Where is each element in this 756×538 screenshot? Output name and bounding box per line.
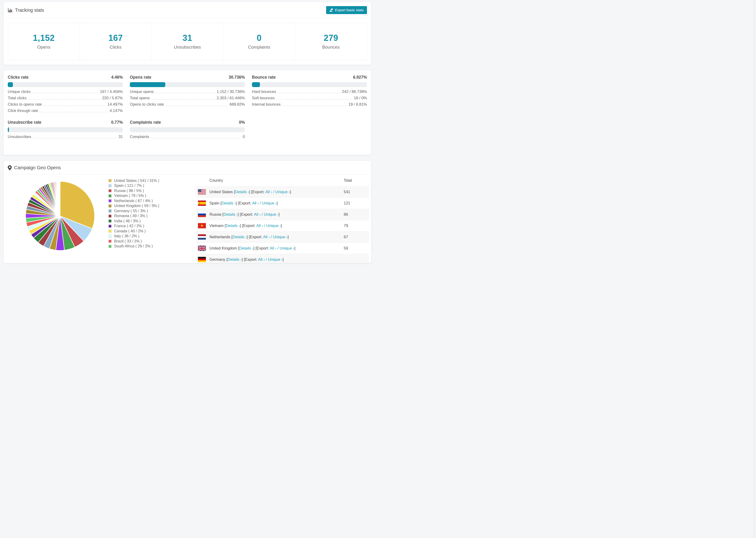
rate-title: Complaints rate <box>130 120 161 125</box>
rate-detail-label: Click through rate <box>8 108 38 113</box>
gb-flag-icon <box>198 245 206 251</box>
export-unique-link[interactable]: Unique › <box>275 190 290 194</box>
stat-label: Unsubscribes <box>174 45 201 50</box>
export-basic-stats-button[interactable]: Export basic stats <box>326 6 367 14</box>
export-all-link[interactable]: All › <box>258 257 265 261</box>
dotted-leader <box>282 106 347 106</box>
export-prefix: Export: <box>239 201 251 205</box>
geo-country-name: United States <box>209 190 233 194</box>
export-all-link[interactable]: All › <box>256 224 263 228</box>
details-link[interactable]: Details › <box>233 235 247 239</box>
nl-flag-icon <box>198 234 206 240</box>
details-link[interactable]: Details › <box>224 212 238 216</box>
export-prefix: Export: <box>245 257 257 261</box>
rate-detail-label: Unique opens <box>130 89 154 94</box>
geo-total-cell: 86 <box>344 212 369 217</box>
rate-detail-value: 1,152 / 30.736% <box>217 89 245 94</box>
geo-table: Country Total United States [Details ›] … <box>196 174 369 263</box>
export-unique-link[interactable]: Unique › <box>266 224 281 228</box>
stat-value: 31 <box>183 33 192 43</box>
geo-country-name: Germany <box>209 257 225 261</box>
legend-swatch <box>108 244 112 248</box>
legend-label: Canada ( 40 / 2% ) <box>114 229 145 233</box>
export-unique-link[interactable]: Unique › <box>280 246 294 250</box>
rate-detail-row: Click through rate4.147% <box>8 109 123 113</box>
rate-detail-label: Unsubscribes <box>8 134 31 139</box>
dotted-leader <box>166 106 228 106</box>
rate-detail-value: 167 / 4.456% <box>100 89 123 94</box>
legend-swatch <box>108 219 112 223</box>
legend-label: United Kingdom ( 59 / 3% ) <box>114 204 159 208</box>
rate-detail-label: Internal bounces <box>252 102 281 107</box>
rate-detail-value: 31 <box>119 134 123 139</box>
stat-value: 167 <box>108 33 123 43</box>
rate-progress-bar <box>8 127 123 132</box>
tracking-stats-header: Tracking stats Export basic stats <box>4 2 371 18</box>
export-unique-link[interactable]: Unique › <box>273 235 288 239</box>
legend-item: Spain ( 121 / 7% ) <box>108 183 159 188</box>
rate-value: 6.927% <box>353 75 367 80</box>
details-link[interactable]: Details › <box>228 257 242 261</box>
legend-label: Spain ( 121 / 7% ) <box>114 184 144 188</box>
rate-detail-value: 19 / 6.81% <box>349 102 367 107</box>
legend-label: India ( 46 / 3% ) <box>114 219 141 223</box>
legend-label: South Africa ( 29 / 2% ) <box>114 244 153 248</box>
stat-label: Opens <box>37 45 50 50</box>
geo-table-rows: United States [Details ›] [Export: All ›… <box>196 186 369 263</box>
rate-detail-row: Unsubscribes31 <box>8 135 123 139</box>
legend-swatch <box>108 184 112 188</box>
geo-table-row: United States [Details ›] [Export: All ›… <box>196 186 369 197</box>
rate-detail-value: 0 <box>243 134 245 139</box>
geo-total-cell: 121 <box>344 201 369 205</box>
details-link[interactable]: Details › <box>226 224 240 228</box>
rates-grid: Clicks rate4.46%Unique clicks167 / 4.456… <box>8 75 367 139</box>
geo-country-cell: Netherlands [Details ›] [Export: All › /… <box>209 235 344 239</box>
rate-section-unsubscribe-rate: Unsubscribe rate0.77%Unsubscribes31 <box>8 120 123 139</box>
rate-detail-row: Soft bounces18 / 0% <box>252 96 367 100</box>
legend-swatch <box>108 224 112 228</box>
geo-country-cell: Russia [Details ›] [Export: All › / Uniq… <box>209 212 344 217</box>
export-all-link[interactable]: All › <box>270 246 276 250</box>
details-link[interactable]: Details › <box>221 201 236 205</box>
legend-item: India ( 46 / 3% ) <box>108 219 159 224</box>
rate-detail-row: Total opens2,303 / 61.446% <box>130 96 245 100</box>
rate-detail-row: Hard bounces242 / 86.738% <box>252 90 367 94</box>
rate-progress-fill <box>8 82 13 87</box>
details-link[interactable]: Details › <box>235 190 249 194</box>
geo-country-cell: United Kingdom [Details ›] [Export: All … <box>209 246 344 250</box>
export-unique-link[interactable]: Unique › <box>264 212 279 216</box>
details-link[interactable]: Details › <box>239 246 253 250</box>
legend-swatch <box>108 240 112 243</box>
legend-swatch <box>108 214 112 218</box>
export-all-link[interactable]: All › <box>254 212 261 216</box>
legend-swatch <box>108 194 112 198</box>
rate-detail-row: Unique opens1,152 / 30.736% <box>130 90 245 94</box>
rate-section-clicks-rate: Clicks rate4.46%Unique clicks167 / 4.456… <box>8 75 123 113</box>
legend-label: France ( 42 / 2% ) <box>114 224 144 228</box>
export-unique-link[interactable]: Unique › <box>262 201 277 205</box>
export-slash: / <box>272 190 275 194</box>
tracking-stats-body: 1,152Opens167Clicks31Unsubscribes0Compla… <box>4 18 371 65</box>
geo-total-cell: 67 <box>344 235 369 239</box>
legend-swatch <box>108 189 112 192</box>
export-unique-link[interactable]: Unique › <box>268 257 283 261</box>
dotted-leader <box>40 112 108 112</box>
export-slash: / <box>261 212 264 216</box>
geo-total-cell: 541 <box>344 190 369 194</box>
export-all-link[interactable]: All › <box>265 190 272 194</box>
rate-value: 0% <box>239 120 245 125</box>
geo-table-row: Spain [Details ›] [Export: All › / Uniqu… <box>196 197 369 209</box>
export-prefix: Export: <box>250 235 262 239</box>
legend-item: Brazil ( 33 / 2% ) <box>108 239 159 244</box>
rate-detail-row: Internal bounces19 / 6.81% <box>252 103 367 107</box>
tracking-stats-card: Tracking stats Export basic stats 1,152O… <box>3 2 371 65</box>
legend-item: Netherlands ( 67 / 4% ) <box>108 198 159 203</box>
geo-country-name: Vietnam <box>209 224 224 228</box>
export-all-link[interactable]: All › <box>263 235 270 239</box>
stats-summary: 1,152Opens167Clicks31Unsubscribes0Compla… <box>8 23 367 60</box>
rate-detail-label: Complaints <box>130 134 149 139</box>
dotted-leader <box>43 106 106 106</box>
rate-progress-bar <box>252 82 367 87</box>
rate-detail-value: 14.497% <box>108 102 123 107</box>
export-all-link[interactable]: All › <box>252 201 259 205</box>
